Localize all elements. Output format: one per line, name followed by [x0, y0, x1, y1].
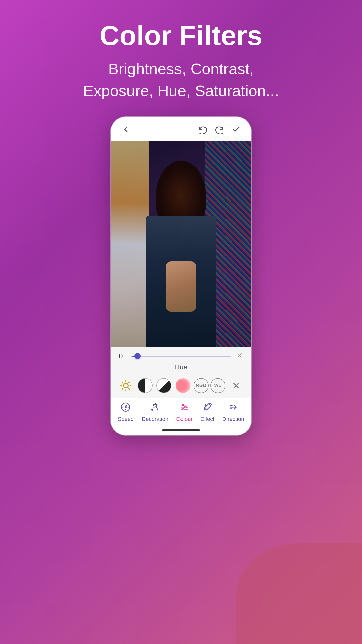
svg-line-9	[122, 388, 123, 389]
nav-item-colour[interactable]: Colour	[174, 402, 195, 422]
redo-button[interactable]	[215, 125, 224, 136]
topbar-actions	[198, 125, 241, 136]
speed-label: Speed	[118, 416, 134, 422]
colour-icon	[179, 402, 190, 414]
svg-line-5	[122, 382, 123, 383]
undo-button[interactable]	[198, 125, 207, 136]
slider-label: Hue	[111, 363, 251, 373]
decoration-label: Decoration	[142, 416, 168, 422]
svg-point-16	[157, 409, 158, 409]
direction-icon	[228, 402, 238, 414]
page-title: Color Filters	[83, 20, 279, 51]
brightness-filter[interactable]	[117, 377, 134, 394]
phone-frame: 0 Hue	[111, 117, 251, 435]
contrast-filter[interactable]	[137, 377, 154, 394]
speed-icon	[121, 402, 131, 414]
svg-point-17	[153, 405, 154, 406]
phone-topbar	[111, 118, 251, 141]
rgb-label: RGB	[196, 383, 206, 388]
colour-label: Colour	[176, 416, 193, 422]
nav-item-decoration[interactable]: Decoration	[140, 402, 170, 422]
active-underline	[178, 423, 190, 423]
home-bar	[162, 429, 200, 431]
direction-label: Direction	[222, 416, 244, 422]
slider-track[interactable]	[131, 356, 231, 357]
confirm-button[interactable]	[232, 125, 241, 136]
effect-icon	[202, 402, 212, 414]
svg-point-2	[124, 383, 128, 388]
nav-item-speed[interactable]: Speed	[116, 402, 136, 422]
back-button[interactable]	[121, 125, 130, 136]
svg-point-24	[205, 405, 206, 405]
svg-point-15	[152, 409, 153, 410]
phone-mockup: 0 Hue	[111, 117, 251, 435]
rgb-filter[interactable]: RGB	[194, 378, 209, 393]
nav-item-effect[interactable]: Effect	[198, 402, 216, 422]
slider-thumb[interactable]	[134, 353, 141, 359]
photo-content	[111, 141, 251, 347]
filter-icons-row: RGB WB	[111, 373, 251, 398]
svg-point-14	[125, 406, 126, 408]
slider-close-button[interactable]	[236, 352, 243, 361]
person-hand	[166, 261, 196, 312]
header-section: Color Filters Brightness, Contrast,Expos…	[73, 0, 289, 112]
wb-filter[interactable]: WB	[210, 378, 225, 393]
exposure-filter[interactable]	[155, 377, 172, 394]
hue-icon	[175, 378, 191, 393]
bg-decoration	[236, 543, 362, 644]
svg-line-6	[129, 388, 130, 389]
svg-point-21	[182, 404, 184, 406]
bottom-nav: Speed Decoration	[111, 398, 251, 427]
effect-label: Effect	[200, 416, 214, 422]
home-indicator	[111, 427, 251, 434]
decoration-icon	[150, 402, 160, 414]
svg-point-23	[182, 408, 184, 410]
page-subtitle: Brightness, Contrast,Exposure, Hue, Satu…	[83, 58, 279, 102]
hue-filter[interactable]	[174, 377, 192, 394]
svg-line-10	[129, 382, 130, 383]
slider-value: 0	[119, 352, 126, 360]
contrast-icon	[138, 378, 153, 393]
exposure-icon	[156, 378, 171, 393]
nav-item-direction[interactable]: Direction	[220, 402, 246, 422]
photo-display	[111, 141, 251, 347]
svg-point-22	[185, 406, 186, 408]
close-filter[interactable]	[228, 377, 245, 394]
wb-label: WB	[214, 383, 222, 388]
hue-slider-area[interactable]: 0	[111, 347, 251, 363]
